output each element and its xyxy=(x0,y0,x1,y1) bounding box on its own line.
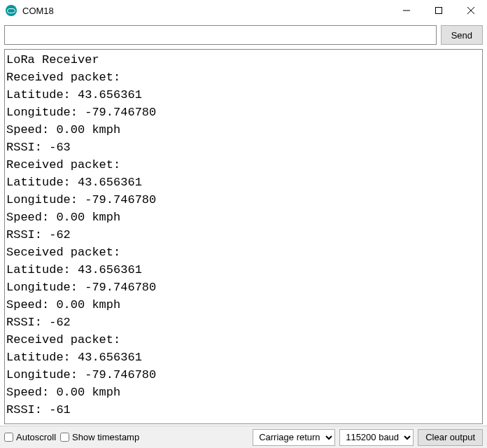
bottom-bar: Autoscroll Show timestamp Carriage retur… xyxy=(0,426,487,448)
minimize-button[interactable] xyxy=(390,0,423,21)
autoscroll-input[interactable] xyxy=(4,433,13,442)
console-wrapper: LoRa Receiver Received packet: Latitude:… xyxy=(4,49,483,424)
svg-rect-1 xyxy=(436,8,442,14)
titlebar: COM18 xyxy=(0,0,487,21)
serial-console[interactable]: LoRa Receiver Received packet: Latitude:… xyxy=(5,50,482,424)
close-button[interactable] xyxy=(455,0,487,21)
timestamp-label: Show timestamp xyxy=(72,432,139,442)
line-ending-dropdown[interactable]: Carriage return xyxy=(253,429,335,446)
send-button[interactable]: Send xyxy=(441,25,483,45)
maximize-button[interactable] xyxy=(423,0,455,21)
autoscroll-checkbox[interactable]: Autoscroll xyxy=(4,432,56,442)
window-controls xyxy=(390,0,487,21)
clear-output-button[interactable]: Clear output xyxy=(418,429,483,446)
arduino-icon xyxy=(6,5,17,16)
autoscroll-label: Autoscroll xyxy=(16,432,56,442)
timestamp-input[interactable] xyxy=(60,433,69,442)
command-input[interactable] xyxy=(4,25,437,45)
input-row: Send xyxy=(0,21,487,49)
timestamp-checkbox[interactable]: Show timestamp xyxy=(60,432,139,442)
baud-dropdown[interactable]: 115200 baud xyxy=(339,429,414,446)
window-title: COM18 xyxy=(22,6,390,16)
